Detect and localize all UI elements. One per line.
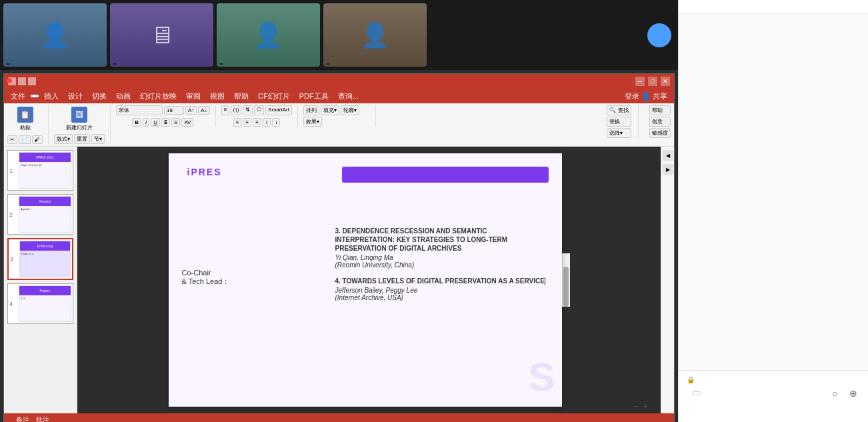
columns-button[interactable]: ⫶ (272, 118, 280, 127)
layout-button[interactable]: 版式▾ (54, 134, 73, 144)
slide-panel[interactable]: 1 iPRES 2021 Paper Session 12 2 Sess (4, 147, 77, 413)
menu-design[interactable]: 设计 (64, 90, 87, 103)
ideas-button[interactable]: 创意 (649, 117, 671, 127)
align-right-button[interactable]: ≡ (253, 118, 261, 127)
font-size-selector[interactable]: 18 (164, 106, 184, 115)
logo-area: iPRES (182, 167, 222, 177)
menu-file[interactable]: 文件 (7, 90, 29, 103)
shape-effect-button[interactable]: 效果▾ (303, 117, 322, 127)
menu-animations[interactable]: 动画 (112, 90, 135, 103)
font-grow-button[interactable]: A↑ (185, 106, 197, 115)
menu-slideshow[interactable]: 幻灯片放映 (136, 90, 181, 103)
zoom-minus-button[interactable]: − (634, 403, 638, 410)
menu-view[interactable]: 视图 (206, 90, 229, 103)
smartart-button[interactable]: SmartArt (265, 105, 292, 115)
paper-2-affil: (Internet Archive, USA) (335, 294, 549, 301)
menu-help[interactable]: 帮助 (230, 90, 253, 103)
sensitivity-button[interactable]: 敏感度 (649, 128, 671, 138)
shadow-button[interactable]: S (171, 118, 180, 127)
italic-button[interactable]: I (143, 118, 149, 127)
chat-messages (679, 14, 868, 370)
comments-button[interactable]: 批注 (36, 415, 49, 422)
shape-arrange-button[interactable]: 排列 (303, 105, 319, 115)
menu-home[interactable] (31, 95, 39, 97)
zoom-plus-button[interactable]: + (643, 403, 647, 410)
paste-button[interactable]: 📋 粘贴 (16, 105, 35, 133)
copy-button[interactable]: 📄 (19, 135, 31, 144)
shape-fill-button[interactable]: 填充▾ (321, 105, 339, 115)
chat-emoji-button[interactable]: ○ (828, 387, 841, 400)
strikethrough-button[interactable]: S̶ (161, 118, 170, 127)
person-icon-2: 🖥 (150, 21, 174, 49)
numbered-list-button[interactable]: ⑴ (231, 105, 241, 115)
align-center-button[interactable]: ≡ (243, 118, 251, 127)
paper-item-2: 4. TOWARDS LEVELS OF DIGITAL PRESERVATIO… (335, 277, 549, 301)
ppt-sidebar-btn-1[interactable]: ◀ (663, 150, 673, 161)
replace-button[interactable]: 替换 (607, 117, 631, 127)
ppt-sidebar-btn-2[interactable]: ▶ (663, 164, 673, 175)
preview-text-4: Papers (40, 289, 51, 293)
char-spacing-button[interactable]: AV (181, 118, 193, 127)
slide-view[interactable]: iPRES (169, 153, 562, 407)
menu-transitions[interactable]: 切换 (88, 90, 111, 103)
align-left-button[interactable]: ≡ (233, 118, 242, 127)
align-columns-button[interactable]: ⎔ (254, 105, 264, 115)
ribbon: 📋 粘贴 ✂ 📄 🖌 🖼 新建幻灯片 (4, 103, 674, 147)
preview-text-3: Enhancing (37, 244, 53, 248)
slide-preview-1: iPRES 2021 Paper Session 12 (19, 152, 71, 189)
slide-main: iPRES (77, 147, 661, 413)
paper-item-1: 3. DEPENDENCE RESCESSION AND SEMANTIC IN… (335, 227, 549, 269)
slide-thumb-1[interactable]: 1 iPRES 2021 Paper Session 12 (7, 150, 73, 191)
menu-search[interactable]: 查询... (334, 90, 363, 103)
slide-num-1: 1 (9, 167, 16, 174)
recording-dot (7, 78, 12, 83)
close-button[interactable]: ✕ (661, 77, 670, 86)
shape-outline-button[interactable]: 轮廓▾ (341, 105, 359, 115)
font-selector[interactable]: 宋体 (116, 105, 163, 115)
select-button[interactable]: 选择▾ (607, 128, 631, 138)
find-button[interactable]: 🔍 查找 (607, 105, 631, 115)
text-direction-button[interactable]: ⇅ (243, 105, 253, 115)
slide-scrollbar[interactable] (562, 253, 570, 307)
help-button[interactable]: 帮助 (649, 105, 671, 115)
underline-button[interactable]: U (151, 118, 160, 127)
ppt-window: ─ □ ✕ 文件 插入 设计 切换 动画 幻灯片放映 审阅 视图 帮助 CF幻灯… (3, 73, 675, 422)
preview-body-4: 5, 6 (19, 295, 71, 301)
menu-review[interactable]: 审阅 (182, 90, 205, 103)
next-participant-button[interactable] (647, 23, 671, 47)
cut-button[interactable]: ✂ (7, 135, 17, 144)
lock-icon: 🔒 (687, 376, 695, 383)
preview-body-3: Paper 3, 4 (20, 251, 70, 257)
maximize-button[interactable]: □ (648, 77, 657, 86)
ribbon-help-area: 帮助 创意 敏感度 (644, 105, 671, 138)
new-slide-button[interactable]: 🖼 新建幻灯片 (65, 105, 94, 133)
person-icon-1: 👤 (40, 21, 70, 49)
font-shrink-button[interactable]: A↓ (198, 106, 209, 115)
menu-account[interactable]: 登录 👤 共享 (621, 90, 671, 103)
slide-thumb-2[interactable]: 2 Session Agenda (7, 194, 73, 235)
ribbon-drawing: 排列 填充▾ 轮廓▾ 效果▾ (303, 105, 376, 127)
slide-thumb-3[interactable]: 3 Enhancing Paper 3, 4 (7, 238, 73, 280)
bold-button[interactable]: B (132, 118, 141, 127)
slide-preview-2: Session Agenda (19, 196, 71, 233)
chat-to-select[interactable] (692, 391, 701, 395)
scrollbar-thumb[interactable] (563, 267, 569, 307)
notes-button[interactable]: 备注 (16, 415, 29, 422)
format-painter-button[interactable]: 🖌 (32, 135, 43, 144)
chat-message-2 (689, 37, 858, 39)
bullet-list-button[interactable]: ≡ (221, 105, 230, 115)
person-icon-3: 👤 (253, 21, 283, 49)
reset-button[interactable]: 重置 (74, 134, 90, 144)
line-spacing-button[interactable]: ↕ (263, 118, 271, 127)
slide-num-2: 2 (9, 211, 16, 218)
menu-pdf[interactable]: PDF工具 (295, 90, 333, 103)
menu-cf[interactable]: CF幻灯片 (254, 90, 294, 103)
chat-attach-button[interactable]: ⊕ (847, 387, 860, 400)
session-info: Co-Chair& Tech Lead： (182, 233, 230, 288)
minimize-button[interactable]: ─ (635, 77, 645, 86)
preview-header-4: Papers (19, 286, 71, 295)
section-button[interactable]: 节▾ (91, 134, 105, 144)
menu-insert[interactable]: 插入 (40, 90, 63, 103)
slide-thumb-4[interactable]: 4 Papers 5, 6 (7, 283, 73, 324)
chat-input[interactable] (687, 405, 860, 417)
